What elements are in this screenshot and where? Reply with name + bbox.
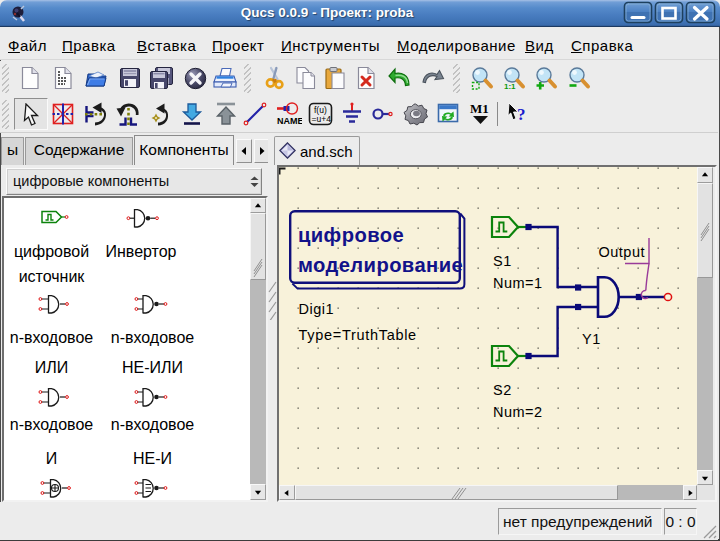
svg-text:=u+4: =u+4	[312, 114, 332, 124]
svg-text:Digi1: Digi1	[299, 301, 335, 317]
svg-text:?: ?	[517, 105, 526, 124]
svg-text:M1: M1	[470, 101, 489, 116]
svg-text:S1: S1	[493, 253, 512, 269]
svg-text:цифровое: цифровое	[298, 224, 404, 246]
svg-text:моделирование: моделирование	[298, 254, 463, 276]
svg-text:Num=1: Num=1	[493, 275, 543, 291]
svg-text:Num=2: Num=2	[493, 404, 543, 420]
svg-text:1:1: 1:1	[504, 82, 516, 91]
svg-text:Output: Output	[599, 244, 646, 260]
svg-text:f(u): f(u)	[314, 105, 327, 115]
svg-text:Type=TruthTable: Type=TruthTable	[299, 327, 417, 343]
svg-text:NAME: NAME	[277, 116, 302, 126]
svg-text:Y1: Y1	[582, 331, 601, 347]
svg-text:S2: S2	[493, 382, 512, 398]
